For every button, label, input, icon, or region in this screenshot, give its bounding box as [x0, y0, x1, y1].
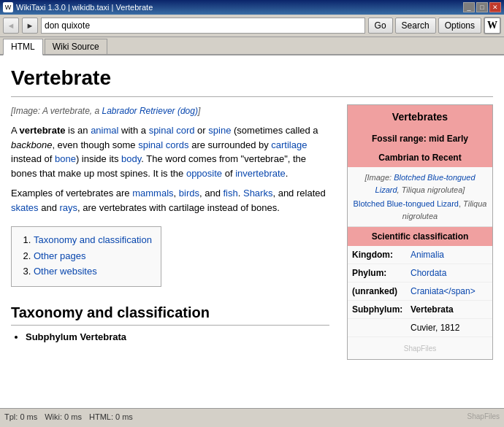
- link-spinal-cords[interactable]: spinal cords: [138, 139, 188, 150]
- infobox-label-kingdom: Kingdom:: [352, 248, 411, 261]
- content-scroll[interactable]: Vertebrate [Image: A vertebrate, a Labra…: [0, 55, 504, 408]
- status-tpl: Tpl: 0 ms: [4, 412, 37, 421]
- search-button[interactable]: Search: [395, 18, 436, 34]
- infobox-subtitle1: Fossil range: mid Early: [348, 129, 492, 148]
- infobox-image-area: [Image: Blotched Blue-tongued Lizard, Ti…: [348, 167, 492, 227]
- infobox-value-cuvier: Cuvier, 1812: [411, 321, 488, 334]
- image-notice: [Image: A vertebrate, a Labrador Retriev…: [11, 104, 329, 118]
- titlebar-title: WikiTaxi 1.3.0 | wikidb.taxi | Vertebrat…: [16, 3, 153, 12]
- app-icon: W: [3, 2, 13, 12]
- infobox: Vertebrates Fossil range: mid Early Camb…: [347, 104, 493, 360]
- bullet-item-1: Subphylum Vertebrata: [26, 330, 329, 345]
- image-link[interactable]: Labrador Retriever (dog): [102, 106, 198, 116]
- infobox-value-subphylum: Vertebrata: [411, 303, 488, 316]
- infobox-title: Vertebrates: [348, 105, 492, 129]
- toc-link-2[interactable]: Other pages: [34, 250, 86, 261]
- watermark: ShapFiles: [467, 412, 500, 420]
- tabs: HTML Wiki Source: [0, 37, 504, 55]
- toc-link-1[interactable]: Taxonomy and classification: [34, 234, 152, 245]
- titlebar-controls[interactable]: _ □ ✕: [463, 2, 501, 12]
- statusbar: Tpl: 0 ms Wiki: 0 ms HTML: 0 ms ShapFile…: [0, 408, 504, 424]
- wiki-button[interactable]: W: [484, 17, 501, 34]
- article-text: [Image: A vertebrate, a Labrador Retriev…: [11, 104, 329, 366]
- infobox-label-unranked: (unranked): [352, 285, 411, 298]
- link-fish[interactable]: fish: [224, 188, 238, 199]
- link-animal[interactable]: animal: [91, 125, 118, 136]
- tab-html[interactable]: HTML: [3, 39, 43, 55]
- infobox-row-cuvier: Cuvier, 1812: [348, 319, 492, 337]
- toc-link-3[interactable]: Other websites: [34, 266, 97, 277]
- infobox-caption: Blotched Blue-tongued Lizard, Tiliqua ni…: [352, 198, 488, 222]
- forward-button[interactable]: ►: [22, 18, 38, 34]
- toc-item-1: Taxonomy and classification: [34, 233, 152, 247]
- options-button[interactable]: Options: [438, 18, 481, 34]
- article-body: [Image: A vertebrate, a Labrador Retriev…: [11, 104, 493, 366]
- bullet-list: Subphylum Vertebrata: [11, 330, 329, 345]
- link-opposite[interactable]: opposite: [186, 168, 222, 179]
- infobox-row-subphylum: Subphylum: Vertebrata: [348, 301, 492, 319]
- article-title: Vertebrate: [11, 63, 493, 97]
- link-invertebrate[interactable]: invertebrate: [235, 168, 286, 179]
- close-button[interactable]: ✕: [489, 2, 501, 12]
- go-button[interactable]: Go: [368, 18, 393, 34]
- infobox-row-phylum: Phylum: Chordata: [348, 264, 492, 282]
- link-body[interactable]: body: [121, 153, 141, 164]
- toc-item-2: Other pages: [34, 249, 152, 263]
- address-input[interactable]: [41, 18, 365, 34]
- paragraph-2: Examples of vertebrates are mammals, bir…: [11, 186, 329, 215]
- link-rays[interactable]: rays: [60, 202, 78, 213]
- infobox-value-phylum: Chordata: [411, 266, 488, 280]
- status-tpl-label: Tpl: 0 ms: [4, 412, 37, 421]
- link-craniata[interactable]: Craniata</span>: [411, 286, 476, 296]
- link-chordata[interactable]: Chordata: [411, 268, 446, 278]
- link-spine[interactable]: spine: [208, 125, 231, 136]
- section-title-taxonomy: Taxonomy and classification: [11, 301, 329, 326]
- link-mammals[interactable]: mammals: [132, 188, 173, 199]
- link-skates[interactable]: skates: [11, 202, 39, 213]
- link-bone[interactable]: bone: [55, 153, 76, 164]
- toc-list: Taxonomy and classification Other pages …: [20, 233, 152, 279]
- infobox-value-kingdom: Animalia: [411, 248, 488, 261]
- status-html: HTML: 0 ms: [89, 412, 133, 421]
- infobox-label-phylum: Phylum:: [352, 266, 411, 280]
- infobox-watermark: ShapFiles: [348, 337, 492, 359]
- link-spinal-cord[interactable]: spinal cord: [149, 125, 195, 136]
- status-html-label: HTML: 0 ms: [89, 412, 133, 421]
- maximize-button[interactable]: □: [476, 2, 488, 12]
- titlebar: W WikiTaxi 1.3.0 | wikidb.taxi | Vertebr…: [0, 0, 504, 15]
- toc-item-3: Other websites: [34, 264, 152, 279]
- infobox-row-unranked: (unranked) Craniata</span>: [348, 282, 492, 301]
- status-wiki: Wiki: 0 ms: [45, 412, 82, 421]
- infobox-subtitle2: Cambrian to Recent: [348, 148, 492, 167]
- infobox-caption-link[interactable]: Blotched Blue-tongued Lizard: [354, 199, 459, 208]
- link-birds[interactable]: birds: [179, 188, 199, 199]
- infobox-label-subphylum: Subphylum:: [352, 303, 411, 316]
- titlebar-left: W WikiTaxi 1.3.0 | wikidb.taxi | Vertebr…: [3, 2, 153, 12]
- infobox-row-kingdom: Kingdom: Animalia: [348, 246, 492, 264]
- link-animalia[interactable]: Animalia: [411, 250, 444, 260]
- infobox-sci-header: Scientific classification: [348, 227, 492, 246]
- toolbar: ◄ ► Go Search Options W: [0, 15, 504, 37]
- link-sharks[interactable]: Sharks: [243, 188, 272, 199]
- toc: Taxonomy and classification Other pages …: [11, 226, 161, 287]
- status-wiki-label: Wiki: 0 ms: [45, 412, 82, 421]
- tab-wiki-source[interactable]: Wiki Source: [45, 39, 107, 54]
- link-cartilage[interactable]: cartilage: [271, 139, 307, 150]
- paragraph-1: A vertebrate is an animal with a spinal …: [11, 123, 329, 180]
- back-button[interactable]: ◄: [3, 18, 19, 34]
- infobox-value-unranked: Craniata</span>: [411, 285, 488, 298]
- content-area: Vertebrate [Image: A vertebrate, a Labra…: [0, 55, 504, 408]
- toolbar-right: Go Search Options W: [368, 17, 501, 34]
- infobox-image-text: [Image: Blotched Blue-tongued Lizard, Ti…: [352, 172, 488, 196]
- minimize-button[interactable]: _: [463, 2, 475, 12]
